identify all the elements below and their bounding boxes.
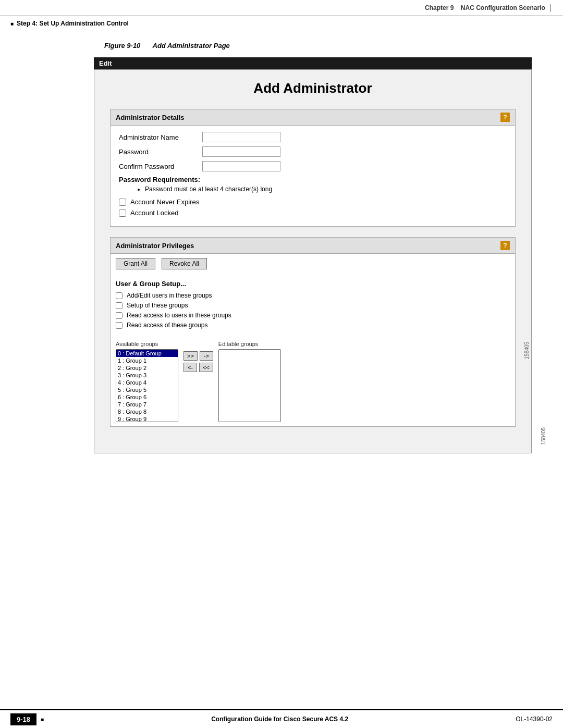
page-number: 9-18 xyxy=(10,713,36,725)
arrow-row-bottom: <- << xyxy=(183,363,213,372)
admin-details-body: Administrator Name Password Confirm Pass… xyxy=(111,126,515,226)
priv-add-edit-row: Add/Edit users in these groups xyxy=(116,292,510,299)
main-content: Edit Add Administrator Administrator Det… xyxy=(94,57,532,686)
admin-details-help-icon[interactable]: ? xyxy=(500,113,510,122)
admin-details-header: Administrator Details ? xyxy=(111,109,515,126)
groups-arrow-buttons: >> -> <- << xyxy=(183,351,213,372)
admin-details-title: Administrator Details xyxy=(116,114,184,121)
available-groups-column: Available groups 0 : Default Group 1 : G… xyxy=(116,341,178,422)
admin-details-section: Administrator Details ? Administrator Na… xyxy=(110,109,516,227)
priv-setup-checkbox[interactable] xyxy=(116,302,123,309)
page-footer: 9-18 ■ Configuration Guide for Cisco Sec… xyxy=(0,709,563,728)
admin-name-label: Administrator Name xyxy=(119,133,202,141)
pw-req-title: Password Requirements: xyxy=(119,176,507,183)
password-row: Password xyxy=(119,146,507,157)
priv-setup-row: Setup of these groups xyxy=(116,302,510,309)
available-groups-label: Available groups xyxy=(116,341,178,347)
account-never-expires-row: Account Never Expires xyxy=(119,198,507,206)
admin-privileges-help-icon[interactable]: ? xyxy=(500,241,510,250)
group-option-2[interactable]: 2 : Group 2 xyxy=(116,364,178,372)
priv-read-users-row: Read access to users in these groups xyxy=(116,312,510,319)
footer-right-text: OL-14390-02 xyxy=(516,715,553,723)
grant-all-button[interactable]: Grant All xyxy=(116,258,155,269)
group-option-5[interactable]: 5 : Group 5 xyxy=(116,386,178,393)
revoke-all-button[interactable]: Revoke All xyxy=(162,258,207,269)
figure-number: Figure 9-10 xyxy=(104,42,140,50)
priv-setup-label: Setup of these groups xyxy=(127,302,188,309)
footer-left: 9-18 ■ xyxy=(10,713,44,725)
admin-privileges-title: Administrator Privileges xyxy=(116,242,194,250)
group-option-0[interactable]: 0 : Default Group xyxy=(116,350,178,357)
admin-privileges-header: Administrator Privileges ? xyxy=(111,238,515,254)
admin-privileges-section: Administrator Privileges ? Grant All Rev… xyxy=(110,237,516,427)
priv-read-groups-row: Read access of these groups xyxy=(116,322,510,329)
figure-caption: Figure 9-10 Add Administrator Page xyxy=(104,42,230,50)
side-note: 158405 xyxy=(524,342,530,359)
admin-name-row: Administrator Name xyxy=(119,132,507,142)
priv-read-users-checkbox[interactable] xyxy=(116,312,123,319)
move-one-right-button[interactable]: -> xyxy=(200,351,213,361)
figure-title: Add Administrator Page xyxy=(153,42,230,50)
password-label: Password xyxy=(119,148,202,156)
account-locked-row: Account Locked xyxy=(119,209,507,217)
edit-label: Edit xyxy=(99,59,112,67)
account-never-expires-checkbox[interactable] xyxy=(119,199,126,206)
available-groups-listbox[interactable]: 0 : Default Group 1 : Group 1 2 : Group … xyxy=(116,349,178,422)
footer-square-icon: ■ xyxy=(41,717,44,722)
groups-area: Available groups 0 : Default Group 1 : G… xyxy=(111,337,515,426)
privileges-buttons-row: Grant All Revoke All xyxy=(111,254,515,274)
move-all-right-button[interactable]: >> xyxy=(183,351,198,361)
chapter-label: Chapter 9 xyxy=(425,4,454,11)
priv-read-groups-label: Read access of these groups xyxy=(127,322,207,329)
header-text: Chapter 9 NAC Configuration Scenario │ xyxy=(425,4,553,11)
form-container: Add Administrator Administrator Details … xyxy=(94,69,532,453)
page-header: Chapter 9 NAC Configuration Scenario │ xyxy=(0,0,563,16)
group-option-3[interactable]: 3 : Group 3 xyxy=(116,372,178,379)
priv-read-users-label: Read access to users in these groups xyxy=(127,312,231,319)
move-one-left-button[interactable]: <- xyxy=(183,363,197,372)
edit-toolbar[interactable]: Edit xyxy=(94,57,532,69)
password-input[interactable] xyxy=(202,146,280,157)
group-option-4[interactable]: 4 : Group 4 xyxy=(116,379,178,386)
confirm-password-row: Confirm Password xyxy=(119,161,507,171)
footer-center-text: Configuration Guide for Cisco Secure ACS… xyxy=(211,715,348,723)
arrow-row-top: >> -> xyxy=(183,351,213,361)
pw-requirements: Password Requirements: Password must be … xyxy=(119,176,507,193)
move-all-left-button[interactable]: << xyxy=(199,363,213,372)
section-label: NAC Configuration Scenario xyxy=(461,4,545,11)
figure-side-note: 158405 xyxy=(541,427,546,445)
priv-add-edit-label: Add/Edit users in these groups xyxy=(127,292,212,299)
confirm-password-input[interactable] xyxy=(202,161,280,171)
priv-add-edit-checkbox[interactable] xyxy=(116,292,123,299)
group-option-7[interactable]: 7 : Group 7 xyxy=(116,401,178,408)
account-never-expires-label: Account Never Expires xyxy=(130,198,199,206)
user-group-title: User & Group Setup... xyxy=(111,280,515,288)
priv-read-groups-checkbox[interactable] xyxy=(116,322,123,329)
account-locked-checkbox[interactable] xyxy=(119,209,126,217)
group-option-9[interactable]: 9 : Group 9 xyxy=(116,415,178,422)
group-option-6[interactable]: 6 : Group 6 xyxy=(116,393,178,401)
admin-name-input[interactable] xyxy=(202,132,280,142)
page-title: Add Administrator xyxy=(110,80,516,96)
pw-req-item: Password must be at least 4 character(s)… xyxy=(145,186,507,193)
confirm-password-label: Confirm Password xyxy=(119,163,202,170)
step-label: Step 4: Set Up Administration Control xyxy=(10,20,129,27)
priv-checkboxes: Add/Edit users in these groups Setup of … xyxy=(111,292,515,337)
group-option-1[interactable]: 1 : Group 1 xyxy=(116,357,178,364)
account-locked-label: Account Locked xyxy=(130,209,179,217)
group-option-8[interactable]: 8 : Group 8 xyxy=(116,408,178,415)
editable-groups-column: Editable groups xyxy=(218,341,281,422)
editable-groups-listbox[interactable] xyxy=(218,349,281,422)
editable-groups-label: Editable groups xyxy=(218,341,281,347)
